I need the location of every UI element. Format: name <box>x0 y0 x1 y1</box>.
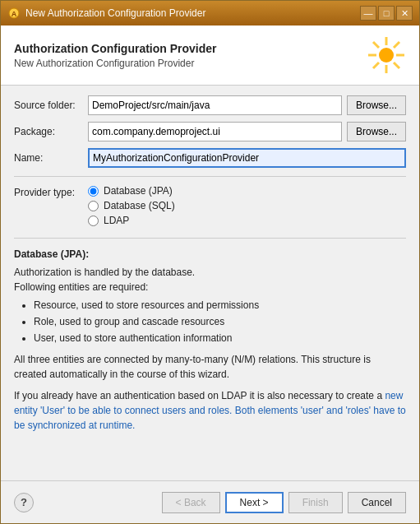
window-controls: — □ ✕ <box>360 6 413 21</box>
description-title: Database (JPA): <box>14 247 406 262</box>
source-folder-browse-button[interactable]: Browse... <box>347 95 406 115</box>
radio-db-jpa[interactable] <box>88 186 99 197</box>
svg-text:A: A <box>12 10 17 18</box>
title-bar: A New Authorization Configuration Provid… <box>1 1 419 26</box>
main-content: Source folder: Browse... Package: Browse… <box>1 86 419 480</box>
package-input[interactable] <box>88 122 342 141</box>
footer: ? < Back Next > Finish Cancel <box>1 480 419 523</box>
separator-2 <box>14 238 406 239</box>
source-folder-row: Source folder: Browse... <box>14 95 406 115</box>
header-logo <box>367 35 406 75</box>
radio-db-sql-label[interactable]: Database (SQL) <box>104 200 175 211</box>
provider-type-label: Provider type: <box>14 185 88 198</box>
help-button[interactable]: ? <box>14 493 34 512</box>
description-line2: Following entities are required: <box>14 280 406 294</box>
svg-line-7 <box>373 42 379 48</box>
radio-db-sql[interactable] <box>88 201 99 211</box>
header-title: Authorization Configuration Provider <box>14 42 217 55</box>
svg-point-2 <box>379 48 394 63</box>
package-browse-button[interactable]: Browse... <box>347 122 406 141</box>
package-row: Package: Browse... <box>14 122 406 141</box>
window-icon: A <box>7 7 21 20</box>
provider-type-options: Database (JPA) Database (SQL) LDAP <box>88 185 175 230</box>
back-button[interactable]: < Back <box>162 492 220 513</box>
finish-button[interactable]: Finish <box>288 492 343 513</box>
radio-ldap[interactable] <box>88 216 99 226</box>
radio-row-ldap: LDAP <box>88 215 175 226</box>
wizard-logo-icon <box>367 35 406 75</box>
source-folder-input[interactable] <box>88 95 342 115</box>
description-line1: Authorization is handled by the database… <box>14 265 406 280</box>
svg-line-8 <box>394 63 399 68</box>
dialog-window: A New Authorization Configuration Provid… <box>0 0 420 524</box>
cancel-button[interactable]: Cancel <box>348 492 406 513</box>
name-input[interactable] <box>88 148 406 168</box>
source-folder-label: Source folder: <box>14 100 88 111</box>
minimize-button[interactable]: — <box>360 6 376 21</box>
description-paragraph1: All three entities are connected by many… <box>14 352 406 382</box>
radio-row-db-sql: Database (SQL) <box>88 200 175 211</box>
maximize-button[interactable]: □ <box>378 6 395 21</box>
svg-line-10 <box>373 63 379 68</box>
bullet-2: Role, used to group and cascade resource… <box>34 314 406 329</box>
description-bullets: Resource, used to store resources and pe… <box>34 298 406 345</box>
name-label: Name: <box>14 152 88 164</box>
header-panel: Authorization Configuration Provider New… <box>1 26 419 86</box>
separator-1 <box>14 176 406 177</box>
provider-type-row: Provider type: Database (JPA) Database (… <box>14 185 406 230</box>
description-paragraph2: If you already have an authentication ba… <box>14 388 406 433</box>
header-text: Authorization Configuration Provider New… <box>14 42 217 69</box>
next-button[interactable]: Next > <box>225 492 284 513</box>
radio-db-jpa-label[interactable]: Database (JPA) <box>104 185 173 197</box>
window-title: New Authorization Configuration Provider <box>25 7 355 19</box>
radio-ldap-label[interactable]: LDAP <box>104 215 129 226</box>
svg-line-9 <box>394 42 399 48</box>
bullet-3: User, used to store authentication infor… <box>34 331 406 345</box>
radio-row-db-jpa: Database (JPA) <box>88 185 175 197</box>
description-box: Database (JPA): Authorization is handled… <box>14 247 406 433</box>
package-label: Package: <box>14 126 88 137</box>
close-button[interactable]: ✕ <box>396 6 413 21</box>
bullet-1: Resource, used to store resources and pe… <box>34 298 406 313</box>
header-subtitle: New Authorization Configuration Provider <box>14 58 217 69</box>
name-row: Name: <box>14 148 406 168</box>
